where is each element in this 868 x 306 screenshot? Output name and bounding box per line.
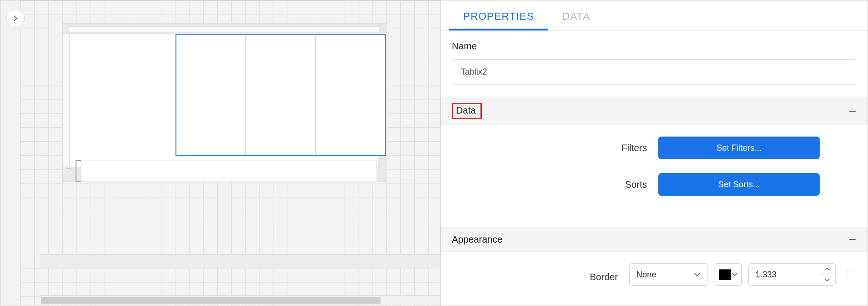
tablix-cell[interactable] [245,95,315,155]
section-header-data[interactable]: Data − [441,97,868,125]
border-label: Border [452,272,629,283]
set-filters-button[interactable]: Set Filters... [658,137,820,159]
report-footer[interactable] [81,160,377,182]
border-color-select[interactable] [715,263,742,286]
side-panel: PROPERTIES DATA Name Tablix2 Data − Filt… [441,0,868,306]
horizontal-scrollbar[interactable] [40,295,440,305]
panel-tabs: PROPERTIES DATA [441,0,868,31]
set-sorts-button[interactable]: Set Sorts... [658,173,820,196]
ruler-vertical [63,33,69,167]
canvas-grid[interactable] [20,0,441,306]
footer-section-handle[interactable] [61,160,76,182]
chevron-down-icon [693,272,701,277]
scrollbar-thumb[interactable] [41,297,381,304]
border-width-stepper [819,263,836,286]
collapse-icon[interactable]: − [849,233,856,246]
footer-bracket [76,160,81,182]
report-body[interactable] [70,33,379,167]
section-header-appearance[interactable]: Appearance − [441,227,868,252]
stepper-down[interactable] [819,275,835,286]
section-title-data: Data [456,105,476,115]
border-advanced-checkbox[interactable] [847,270,856,279]
name-label: Name [452,41,856,52]
stepper-up[interactable] [819,264,835,275]
tablix-cell[interactable] [245,35,315,95]
filters-label: Filters [452,143,658,153]
design-canvas [0,0,441,306]
tablix-cell[interactable] [176,35,245,95]
section-title-appearance: Appearance [452,234,503,245]
canvas-bottom-frame [40,254,441,268]
ruler-horizontal [69,26,380,33]
border-style-select[interactable]: None [629,263,708,286]
drag-handle-icon [66,168,71,173]
tablix-cell[interactable] [315,95,385,155]
expand-panel-button[interactable] [6,9,25,28]
sorts-label: Sorts [452,179,658,190]
tablix-cell[interactable] [176,95,245,155]
tab-properties[interactable]: PROPERTIES [449,10,548,30]
collapse-icon[interactable]: − [849,105,856,118]
chevron-right-icon [12,15,19,22]
color-swatch [719,269,731,280]
chevron-up-icon [824,267,830,271]
tablix-cell[interactable] [315,35,385,95]
tablix-selected[interactable] [175,34,386,156]
name-input[interactable]: Tablix2 [452,59,856,84]
chevron-down-icon [824,278,830,282]
tab-data[interactable]: DATA [548,10,604,30]
border-width-input[interactable]: 1.333 [748,263,819,286]
chevron-down-icon [732,273,738,276]
border-style-value: None [636,270,656,280]
